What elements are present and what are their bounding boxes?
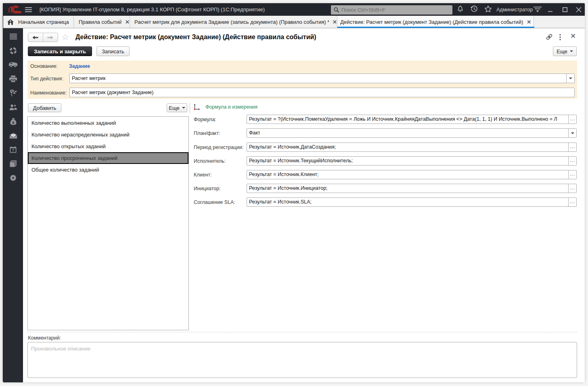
global-search-input[interactable]: Поиск Ctrl+Shift+F (331, 5, 452, 15)
osnovanie-label: Основание: (30, 63, 58, 69)
sidebar-item-documents[interactable] (3, 157, 23, 171)
action-type-dropdown-button[interactable] (566, 74, 574, 83)
client-label: Клиент: (194, 172, 212, 178)
main-menu-icon[interactable] (25, 7, 32, 12)
calendar-icon: 7 (10, 146, 17, 153)
truck-icon (9, 62, 17, 68)
action-type-label: Тип действия: (30, 76, 63, 82)
back-button[interactable] (28, 33, 43, 42)
pane-splitter[interactable] (190, 103, 190, 113)
action-type-select[interactable]: Расчет метрик (69, 73, 575, 83)
favorites-star-icon[interactable] (484, 5, 492, 13)
name-input[interactable]: Расчет метрик (документ Задание) (69, 88, 575, 97)
client-field[interactable]: Результат = Источник.Клиент; ... (247, 170, 577, 179)
users-icon (9, 104, 17, 111)
close-window-icon[interactable] (576, 7, 582, 13)
initiator-field[interactable]: Результат = Источник.Инициатор; ... (247, 184, 577, 193)
executor-field[interactable]: Результат = Источник.ТекущийИсполнитель;… (247, 156, 577, 166)
sla-field[interactable]: Результат = Источник.SLA; ... (247, 197, 577, 207)
sidebar-item-calendar[interactable]: 7 (3, 143, 23, 157)
comment-placeholder: Произвольное описание (31, 346, 90, 352)
section-title: Формула и измерения (205, 104, 257, 110)
sidebar-item-users[interactable] (3, 100, 23, 114)
more-button-list[interactable]: Еще (167, 103, 187, 112)
planfact-dropdown-button[interactable] (568, 129, 576, 137)
tab-home[interactable]: Начальная страница (3, 16, 74, 28)
history-icon[interactable] (471, 5, 478, 13)
formula-field[interactable]: Результат = ?(Источник.ПометкаУдаления =… (247, 115, 577, 124)
sidebar-item-projects[interactable] (3, 86, 23, 100)
executor-ellipsis-button[interactable]: ... (568, 157, 576, 165)
finish-flag-icon (9, 90, 17, 96)
chevron-down-icon (569, 78, 572, 79)
sidebar-item-functions[interactable] (3, 29, 23, 44)
executor-label: Исполнитель: (194, 158, 226, 164)
formula-label: Формула: (194, 117, 216, 122)
money-bag-icon: $ (10, 118, 17, 125)
svg-text:$: $ (12, 120, 15, 124)
service-menu-icon[interactable] (534, 6, 542, 13)
tab-metric-rule[interactable]: Расчет метрик для документа Задание (зап… (130, 16, 337, 28)
tab-action-active[interactable]: Действие: Расчет метрик (документ Задани… (337, 16, 534, 28)
maximize-window-icon[interactable] (563, 7, 567, 12)
save-and-close-button[interactable]: Записать и закрыть (28, 46, 92, 56)
sidebar-item-deliveries[interactable] (3, 58, 23, 72)
forward-button[interactable] (43, 33, 58, 42)
comment-textarea[interactable]: Произвольное описание (27, 342, 577, 378)
tab-close-icon[interactable]: ✕ (333, 19, 337, 25)
osnovanie-link[interactable]: Задание (69, 63, 90, 69)
tab-close-icon[interactable]: ✕ (527, 19, 531, 25)
metrics-listbox: Количество выполненных заданий Количеств… (27, 116, 189, 330)
active-tab-underline (337, 27, 534, 28)
sidebar-item-print[interactable] (3, 72, 23, 86)
back-arrow-icon (32, 36, 38, 40)
tab-home-label: Начальная страница (18, 19, 69, 25)
initiator-label: Инициатор: (194, 186, 221, 191)
list-item[interactable]: Количество открытых заданий (28, 141, 188, 152)
tab-event-rules[interactable]: Правила событий ✕ (74, 16, 130, 28)
sla-ellipsis-button[interactable]: ... (568, 198, 576, 206)
search-icon (334, 7, 339, 13)
chevron-down-icon (182, 107, 185, 109)
favorite-toggle-icon[interactable]: ☆ (61, 32, 70, 42)
current-user[interactable]: Администратор (496, 4, 533, 16)
list-item-selected[interactable]: Количество просроченных заданий (28, 152, 188, 164)
list-item[interactable]: Общее количество заданий (28, 164, 188, 176)
client-ellipsis-button[interactable]: ... (568, 170, 576, 179)
save-button[interactable]: Записать (96, 46, 130, 56)
close-form-icon[interactable]: ✕ (569, 32, 577, 40)
notifications-bell-icon[interactable] (457, 5, 464, 13)
minimize-window-icon[interactable] (548, 4, 555, 16)
copies-icon (10, 160, 17, 167)
comment-label: Комментарий: (28, 335, 61, 341)
tab-close-icon[interactable]: ✕ (125, 19, 130, 25)
list-item[interactable]: Количество нераспределенных заданий (28, 129, 188, 141)
add-metric-button[interactable]: Добавить (28, 103, 61, 112)
home-icon (7, 19, 14, 25)
more-actions-kebab-icon[interactable] (559, 34, 561, 40)
planfact-label: План/факт: (194, 130, 220, 136)
period-field[interactable]: Результат = Источник.ДатаСоздания; ... (247, 143, 577, 152)
text-lines-icon (10, 34, 17, 40)
printer-icon (9, 76, 17, 82)
1c-logo-icon (8, 6, 22, 14)
list-item[interactable]: Количество выполненных заданий (28, 117, 188, 129)
horizontal-splitter[interactable] (27, 332, 577, 332)
dimensions-axes-icon (193, 104, 200, 111)
name-label: Наименование: (30, 90, 67, 96)
forward-arrow-icon (47, 36, 53, 40)
period-ellipsis-button[interactable]: ... (568, 143, 576, 151)
gear-icon (9, 174, 17, 182)
formula-ellipsis-button[interactable]: ... (568, 115, 576, 124)
more-button-top[interactable]: Еще (553, 46, 577, 56)
page-title: Действие: Расчет метрик (документ Задани… (75, 32, 316, 42)
sidebar-item-mail[interactable] (3, 128, 23, 143)
lifebuoy-icon (9, 47, 17, 55)
sidebar-item-settings[interactable] (3, 171, 23, 185)
sidebar-item-finance[interactable]: $ (3, 114, 23, 128)
planfact-select[interactable]: Факт (247, 128, 577, 138)
initiator-ellipsis-button[interactable]: ... (568, 184, 576, 193)
get-link-icon[interactable] (546, 34, 553, 40)
sidebar-item-support[interactable] (3, 44, 23, 58)
chevron-down-icon (570, 50, 573, 52)
